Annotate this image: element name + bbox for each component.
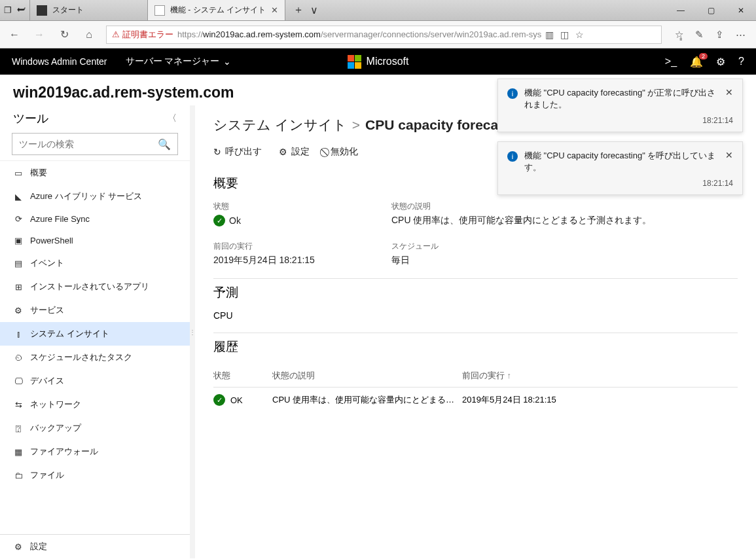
sidebar-item[interactable]: ▤イベント	[0, 251, 190, 275]
sidebar-item[interactable]: ⫿システム インサイト	[0, 322, 190, 346]
maximize-button[interactable]: ▢	[696, 0, 726, 20]
predict-body: CPU	[213, 310, 738, 321]
toast-time: 18:21:14	[507, 116, 733, 125]
wac-brand[interactable]: Windows Admin Center	[12, 56, 107, 67]
sidebar-item-label: サービス	[30, 304, 64, 316]
address-bar[interactable]: ⚠ 証明書エラー https://win2019ac.ad.rem-system…	[106, 26, 662, 44]
back-panel-icon[interactable]: ⮨	[17, 5, 26, 15]
refresh-icon: ↻	[213, 147, 221, 157]
tab-actions-icon[interactable]: ∨	[310, 4, 318, 16]
tool-icon: ▣	[13, 236, 24, 245]
tool-icon: ⚙	[13, 306, 24, 316]
new-tab-icon[interactable]: ＋	[293, 3, 304, 17]
browser-navbar: ← → ↻ ⌂ ⚠ 証明書エラー https://win2019ac.ad.re…	[0, 21, 756, 48]
collapse-sidebar-icon[interactable]: 〈	[168, 113, 177, 124]
status-ok-icon: ✓	[213, 394, 225, 406]
desc-label: 状態の説明	[391, 201, 738, 212]
gear-icon: ⚙	[13, 542, 24, 552]
refresh-button[interactable]: ↻	[56, 28, 72, 41]
close-icon[interactable]: ✕	[725, 150, 733, 173]
forward-button[interactable]: →	[31, 29, 47, 41]
sidebar-item[interactable]: ⍰バックアップ	[0, 416, 190, 440]
invoke-button[interactable]: ↻呼び出す	[213, 146, 262, 158]
overlap-icon[interactable]: ❐	[4, 5, 12, 15]
tab-system-insights[interactable]: 機能 - システム インサイト ✕	[148, 0, 285, 20]
microsoft-logo: Microsoft	[348, 55, 409, 69]
url-text: https://win2019ac.ad.rem-system.com/serv…	[177, 29, 541, 39]
close-window-button[interactable]: ✕	[726, 0, 756, 20]
help-icon[interactable]: ?	[738, 56, 744, 67]
minimize-button[interactable]: —	[666, 0, 696, 20]
tool-icon: ⟳	[13, 214, 24, 224]
close-tab-icon[interactable]: ✕	[271, 5, 278, 15]
toast: i機能 "CPU capacity forecasting" が正常に呼び出され…	[497, 79, 743, 132]
sidebar-item[interactable]: ▣PowerShell	[0, 230, 190, 251]
toast-message: 機能 "CPU capacity forecasting" が正常に呼び出されま…	[524, 87, 719, 111]
state-label: 状態	[213, 201, 384, 212]
breadcrumb-sep: >	[352, 117, 360, 133]
tab-start[interactable]: スタート	[30, 0, 148, 20]
sidebar-item-label: システム インサイト	[30, 328, 109, 340]
sidebar-item[interactable]: 🗀ファイル	[0, 463, 190, 487]
search-icon: 🔍	[158, 138, 171, 151]
table-row[interactable]: ✓OKCPU 使用率は、使用可能な容量内にとどまると予...2019年5月24日…	[213, 388, 738, 412]
sidebar-item[interactable]: ⚙サービス	[0, 298, 190, 322]
tool-icon: ⫿	[13, 329, 24, 339]
sidebar-item[interactable]: ⇆ネットワーク	[0, 393, 190, 416]
sidebar-item-label: バックアップ	[30, 422, 81, 434]
predict-heading: 予測	[213, 284, 738, 301]
sidebar-item[interactable]: ⊞インストールされているアプリ	[0, 275, 190, 298]
history-section: 履歴 状態 状態の説明 前回の実行 ✓OKCPU 使用率は、使用可能な容量内にと…	[213, 333, 738, 424]
disable-button[interactable]: ⃠無効化	[327, 146, 358, 158]
notes-icon[interactable]: ✎	[695, 29, 704, 41]
share-icon[interactable]: ⇪	[715, 29, 724, 41]
lastrun-value: 2019年5月24日 18:21:15	[213, 255, 384, 266]
sidebar-item[interactable]: ◣Azure ハイブリッド サービス	[0, 185, 190, 208]
tool-icon: ⏲	[13, 353, 24, 363]
search-input[interactable]	[19, 139, 158, 149]
settings-button[interactable]: ⚙設定	[279, 146, 310, 158]
home-button[interactable]: ⌂	[81, 29, 97, 41]
col-lastrun[interactable]: 前回の実行	[462, 370, 738, 382]
desc-value: CPU 使用率は、使用可能な容量内にとどまると予測されます。	[391, 215, 738, 226]
history-table: 状態 状態の説明 前回の実行 ✓OKCPU 使用率は、使用可能な容量内にとどまる…	[213, 365, 738, 412]
tool-icon: ⊞	[13, 282, 24, 292]
sidebar-item-label: デバイス	[30, 375, 64, 387]
sidebar-item-label: ファイル	[30, 469, 64, 481]
notifications-icon[interactable]: 🔔2	[690, 56, 703, 68]
info-icon: i	[507, 151, 518, 162]
wac-breadcrumb[interactable]: サーバー マネージャー ⌄	[126, 56, 232, 67]
splitter[interactable]: ⋮	[190, 105, 195, 558]
sidebar-item[interactable]: ⏲スケジュールされたタスク	[0, 346, 190, 369]
cert-error-label: 証明書エラー	[122, 29, 173, 41]
sidebar-item[interactable]: ⟳Azure File Sync	[0, 208, 190, 230]
tab-label: 機能 - システム インサイト	[170, 5, 266, 16]
toast-container: i機能 "CPU capacity forecasting" が正常に呼び出され…	[497, 79, 743, 195]
sidebar-item[interactable]: ▭概要	[0, 161, 190, 185]
sidebar-item-label: 設定	[30, 541, 47, 552]
tools-sidebar: ツール 〈 🔍 ▭概要◣Azure ハイブリッド サービス⟳Azure File…	[0, 105, 190, 558]
sidebar-item-label: イベント	[30, 257, 64, 269]
toast-time: 18:21:14	[507, 179, 733, 188]
favorite-icon[interactable]: ☆	[575, 29, 584, 40]
reading-list-icon[interactable]: ◫	[560, 29, 569, 40]
sidebar-item[interactable]: ▦ファイアウォール	[0, 440, 190, 463]
col-desc[interactable]: 状態の説明	[272, 370, 462, 382]
info-icon: i	[507, 88, 518, 99]
cert-error[interactable]: ⚠ 証明書エラー	[112, 29, 173, 41]
tools-search[interactable]: 🔍	[12, 133, 178, 155]
back-button[interactable]: ←	[7, 29, 22, 41]
sidebar-item-settings[interactable]: ⚙ 設定	[0, 535, 190, 558]
col-state[interactable]: 状態	[213, 370, 272, 382]
sidebar-item-label: PowerShell	[30, 236, 73, 245]
more-icon[interactable]: ⋯	[736, 29, 746, 41]
favorites-bar-icon[interactable]: ☆͇	[675, 29, 683, 41]
console-icon[interactable]: >_	[665, 56, 677, 67]
settings-icon[interactable]: ⚙	[716, 56, 725, 68]
sidebar-item[interactable]: 🖵デバイス	[0, 369, 190, 393]
sidebar-item-label: インストールされているアプリ	[30, 281, 149, 293]
reading-view-icon[interactable]: ▥	[545, 29, 554, 40]
breadcrumb-root[interactable]: システム インサイト	[213, 116, 347, 134]
close-icon[interactable]: ✕	[725, 87, 733, 111]
crumb-label: サーバー マネージャー	[126, 56, 220, 67]
